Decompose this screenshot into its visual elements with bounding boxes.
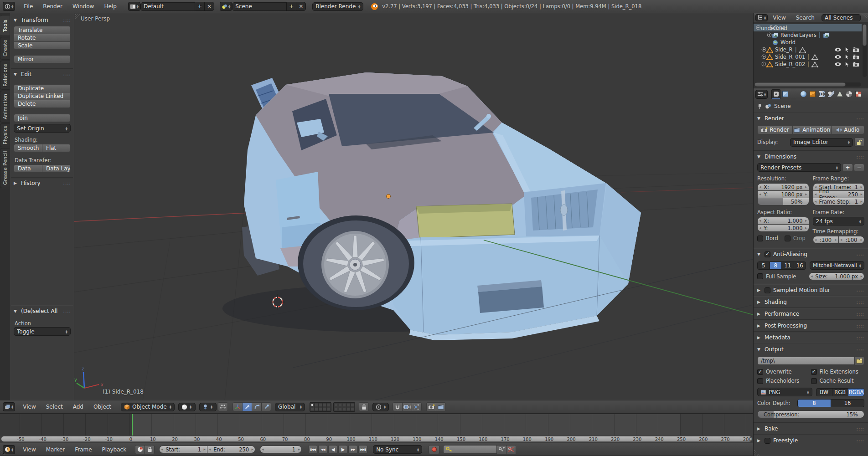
play-reverse-button[interactable]: ◀ — [328, 445, 337, 454]
layer-cell[interactable] — [319, 403, 322, 407]
compression-slider[interactable]: Compression:15% — [757, 410, 864, 418]
sync-mode-select[interactable]: No Sync — [373, 445, 422, 454]
toolshelf-tab-physics[interactable]: Physics — [0, 123, 10, 147]
full-sample-checkbox[interactable]: Full Sample — [757, 273, 805, 280]
motion-blur-panel-header[interactable]: ▶ Sampled Motion Blur:::: — [754, 284, 868, 296]
channels-rgb-button[interactable]: RGB — [832, 388, 848, 396]
visibility-eye-icon[interactable] — [834, 54, 842, 60]
tool-button-duplicate-linked[interactable]: Duplicate Linked — [14, 92, 71, 100]
render-animation-button[interactable]: Animation — [792, 125, 832, 134]
menu-view[interactable]: View — [18, 404, 41, 410]
outliner-hscrollbar[interactable] — [754, 82, 861, 87]
data-transfer-button-data-layo[interactable]: Data Layo — [42, 164, 71, 173]
renderability-camera-icon[interactable] — [852, 47, 860, 52]
delete-keyframe-button[interactable] — [506, 445, 516, 454]
toolshelf-tab-tools[interactable]: Tools — [0, 15, 10, 36]
color-depth-16-button[interactable]: 16 — [831, 399, 864, 407]
edit-panel-header[interactable]: ▼ Edit:::: — [14, 71, 71, 77]
performance-panel-header[interactable]: ▶Performance:::: — [754, 308, 868, 319]
tool-button-rotate[interactable]: Rotate — [14, 34, 71, 42]
preview-range-button[interactable] — [135, 445, 145, 454]
frame-rate-select[interactable]: 24 fps — [813, 217, 865, 225]
tool-button-mirror[interactable]: Mirror — [14, 55, 71, 63]
properties-tab-material[interactable] — [844, 89, 853, 99]
outliner-row-renderlayers[interactable]: RenderLayers| — [754, 31, 862, 39]
visibility-eye-icon[interactable] — [834, 61, 842, 67]
tool-button-scale[interactable]: Scale — [14, 41, 71, 50]
end-frame-field[interactable]: End Frame:250 — [813, 190, 865, 198]
properties-tab-world[interactable] — [799, 89, 808, 99]
layers-widget[interactable] — [310, 402, 355, 412]
layer-cell[interactable] — [310, 407, 314, 411]
aa-filter-select[interactable]: Mitchell-Netravali — [810, 261, 864, 270]
viewport-shading-select[interactable] — [178, 403, 196, 411]
layer-cell[interactable] — [338, 403, 342, 407]
menu-render[interactable]: Render — [38, 3, 67, 10]
layer-cell[interactable] — [342, 407, 346, 411]
frame-step-field[interactable]: Frame Step:1 — [813, 198, 865, 205]
current-frame-field[interactable]: 1 — [260, 446, 302, 453]
layer-cell[interactable] — [342, 403, 346, 407]
toolshelf-tab-relations[interactable]: Relations — [0, 61, 10, 90]
cache-result-checkbox[interactable]: Cache Result — [811, 378, 865, 384]
shading-panel-header[interactable]: ▶Shading:::: — [754, 296, 868, 307]
outliner-row-scene[interactable]: undefinedScene — [754, 24, 862, 31]
layer-cell[interactable] — [338, 407, 342, 411]
layer-cell[interactable] — [327, 403, 331, 407]
outliner-row-side-r-001[interactable]: Side_R_001| — [754, 53, 862, 61]
menu-view[interactable]: View — [18, 446, 41, 453]
translate-manipulator-button[interactable] — [242, 402, 252, 411]
menu-view[interactable]: View — [768, 15, 790, 21]
aa-samples-16-button[interactable]: 16 — [794, 261, 806, 270]
freestyle-checkbox[interactable] — [765, 438, 770, 444]
rotate-manipulator-button[interactable] — [252, 402, 262, 411]
aa-samples-11-button[interactable]: 11 — [781, 261, 794, 270]
history-panel-header[interactable]: ▶ History:::: — [14, 180, 71, 186]
action-dropdown[interactable]: Toggle — [14, 327, 71, 336]
layer-cell[interactable] — [327, 407, 331, 411]
snap-target-button[interactable] — [412, 402, 422, 411]
layer-cell[interactable] — [315, 403, 318, 407]
properties-tab-object-data[interactable] — [835, 89, 844, 99]
menu-select[interactable]: Select — [41, 404, 68, 410]
aspect-x-field[interactable]: X:1.000 — [757, 217, 809, 225]
properties-tab-constraints[interactable] — [817, 89, 826, 99]
expand-icon[interactable] — [761, 47, 766, 53]
placeholders-checkbox[interactable]: Placeholders — [757, 378, 811, 384]
layer-cell[interactable] — [319, 407, 322, 411]
resolution-x-field[interactable]: X:1920 px — [757, 183, 809, 191]
outliner-vscrollbar[interactable] — [863, 24, 867, 77]
panel-drag-dots[interactable]: :::: — [857, 300, 864, 305]
auto-keyframe-button[interactable] — [429, 445, 439, 454]
resolution-y-field[interactable]: Y:1080 px — [757, 190, 809, 198]
panel-drag-dots[interactable]: :::: — [63, 18, 71, 23]
transform-panel-header[interactable]: ▼ Transform:::: — [14, 17, 71, 23]
menu-help[interactable]: Help — [99, 3, 121, 10]
properties-tab-scene[interactable] — [790, 89, 799, 99]
jump-to-start-button[interactable]: ▮◀◀ — [308, 445, 317, 454]
panel-drag-dots[interactable]: :::: — [857, 426, 864, 431]
mode-select[interactable]: Object Mode — [121, 403, 175, 411]
post-processing-panel-header[interactable]: ▶Post Processing:::: — [754, 320, 868, 331]
panel-drag-dots[interactable]: :::: — [857, 335, 864, 340]
delete-scene-button[interactable]: × — [296, 2, 306, 11]
timeline-scrollbar[interactable]: -50-40-30-20-100102030405060708090100110… — [1, 436, 752, 442]
panel-drag-dots[interactable]: :::: — [63, 72, 71, 77]
visibility-eye-icon[interactable] — [834, 47, 842, 52]
current-frame-line[interactable] — [132, 414, 133, 436]
expand-icon[interactable] — [766, 32, 772, 38]
menu-marker[interactable]: Marker — [41, 446, 70, 453]
antialiasing-panel-header[interactable]: ▼ Anti-Aliasing:::: — [754, 248, 868, 258]
manipulate-center-points-button[interactable] — [218, 402, 228, 411]
color-depth-8-button[interactable]: 8 — [797, 399, 831, 407]
menu-object[interactable]: Object — [88, 404, 116, 410]
remap-new-field[interactable]: :100 — [838, 236, 864, 244]
manipulator-toggle-button[interactable] — [232, 402, 243, 411]
properties-tab-render-layers[interactable] — [780, 89, 790, 99]
editor-type-properties-button[interactable] — [755, 90, 768, 99]
selectability-cursor-icon[interactable] — [843, 47, 851, 52]
lock-to-scene-button[interactable] — [359, 402, 369, 411]
snap-element-button[interactable] — [402, 402, 412, 411]
snap-toggle-button[interactable] — [393, 402, 403, 411]
selectability-cursor-icon[interactable] — [843, 61, 851, 67]
